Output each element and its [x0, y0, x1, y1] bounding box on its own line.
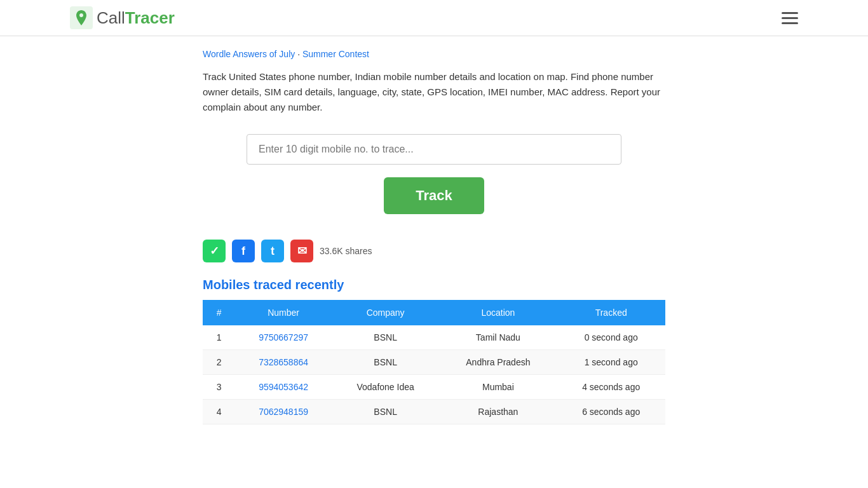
- cell-tracked: 4 seconds ago: [557, 375, 665, 400]
- col-tracked: Tracked: [557, 300, 665, 325]
- twitter-share-button[interactable]: t: [261, 240, 284, 262]
- number-link[interactable]: 9750667297: [259, 332, 308, 342]
- cell-location: Mumbai: [439, 375, 557, 400]
- link-separator: ·: [295, 49, 302, 59]
- cell-company: BSNL: [332, 350, 439, 375]
- table-header: # Number Company Location Tracked: [203, 300, 665, 325]
- phone-input[interactable]: [247, 134, 621, 165]
- logo-icon: [70, 6, 93, 29]
- cell-index: 1: [203, 325, 235, 350]
- shares-count: 33.6K shares: [320, 246, 372, 256]
- cell-company: BSNL: [332, 400, 439, 424]
- table-body: 1 9750667297 BSNL Tamil Nadu 0 second ag…: [203, 325, 665, 424]
- cell-index: 4: [203, 400, 235, 424]
- cell-number[interactable]: 9594053642: [235, 375, 332, 400]
- cell-company: BSNL: [332, 325, 439, 350]
- logo-text: CallTracer: [97, 8, 175, 28]
- track-button[interactable]: Track: [384, 177, 484, 214]
- cell-tracked: 6 seconds ago: [557, 400, 665, 424]
- cell-location: Rajasthan: [439, 400, 557, 424]
- cell-index: 3: [203, 375, 235, 400]
- col-company: Company: [332, 300, 439, 325]
- mobiles-traced-section: Mobiles traced recently # Number Company…: [203, 278, 665, 424]
- cell-number[interactable]: 9750667297: [235, 325, 332, 350]
- cell-location: Tamil Nadu: [439, 325, 557, 350]
- table-row: 1 9750667297 BSNL Tamil Nadu 0 second ag…: [203, 325, 665, 350]
- table-row: 2 7328658864 BSNL Andhra Pradesh 1 secon…: [203, 350, 665, 375]
- table-row: 4 7062948159 BSNL Rajasthan 6 seconds ag…: [203, 400, 665, 424]
- wordle-link[interactable]: Wordle Answers of July: [203, 49, 295, 59]
- cell-tracked: 0 second ago: [557, 325, 665, 350]
- page-description: Track United States phone number, Indian…: [203, 69, 665, 115]
- mobiles-table: # Number Company Location Tracked 1 9750…: [203, 300, 665, 424]
- number-link[interactable]: 7328658864: [259, 357, 308, 367]
- whatsapp-share-button[interactable]: ✓: [203, 240, 226, 262]
- number-link[interactable]: 7062948159: [259, 407, 308, 417]
- logo: CallTracer: [70, 6, 175, 29]
- menu-button[interactable]: [782, 12, 798, 24]
- col-index: #: [203, 300, 235, 325]
- cell-location: Andhra Pradesh: [439, 350, 557, 375]
- summer-contest-link[interactable]: Summer Contest: [302, 49, 369, 59]
- top-links: Wordle Answers of July · Summer Contest: [203, 49, 665, 59]
- facebook-share-button[interactable]: f: [232, 240, 255, 262]
- social-share-section: ✓ f t ✉ 33.6K shares: [203, 240, 665, 262]
- cell-index: 2: [203, 350, 235, 375]
- col-number: Number: [235, 300, 332, 325]
- email-share-button[interactable]: ✉: [290, 240, 313, 262]
- cell-company: Vodafone Idea: [332, 375, 439, 400]
- mobiles-title: Mobiles traced recently: [203, 278, 665, 292]
- col-location: Location: [439, 300, 557, 325]
- search-section: Track: [203, 134, 665, 214]
- table-row: 3 9594053642 Vodafone Idea Mumbai 4 seco…: [203, 375, 665, 400]
- header: CallTracer: [0, 0, 868, 36]
- main-content: Wordle Answers of July · Summer Contest …: [193, 36, 675, 437]
- number-link[interactable]: 9594053642: [259, 382, 308, 392]
- cell-tracked: 1 second ago: [557, 350, 665, 375]
- cell-number[interactable]: 7062948159: [235, 400, 332, 424]
- cell-number[interactable]: 7328658864: [235, 350, 332, 375]
